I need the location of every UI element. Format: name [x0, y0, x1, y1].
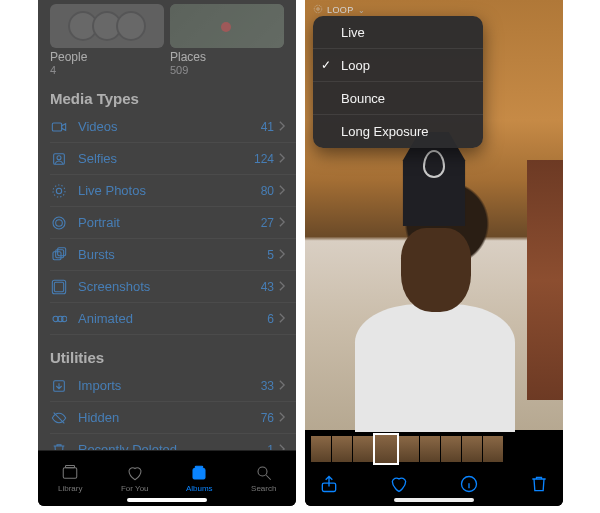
photo-filmstrip[interactable]: [305, 432, 563, 466]
menu-label: Loop: [341, 58, 370, 73]
chevron-right-icon: [278, 119, 286, 134]
svg-rect-8: [56, 249, 64, 257]
delete-button[interactable]: [529, 474, 549, 498]
chevron-right-icon: [278, 279, 286, 294]
home-indicator[interactable]: [394, 498, 474, 502]
live-effect-badge[interactable]: LOOP ⌄: [313, 4, 365, 16]
svg-rect-16: [64, 468, 78, 479]
menu-item-loop[interactable]: ✓ Loop: [313, 49, 483, 82]
svg-point-2: [57, 155, 61, 159]
row-live-photos[interactable]: Live Photos 80: [50, 175, 296, 207]
burst-icon: [50, 246, 68, 264]
places-count: 509: [170, 64, 284, 76]
chevron-down-icon: ⌄: [358, 6, 365, 15]
chevron-right-icon: [278, 311, 286, 326]
media-types-header: Media Types: [38, 76, 296, 111]
row-bursts[interactable]: Bursts 5: [50, 239, 296, 271]
menu-label: Live: [341, 25, 365, 40]
chevron-right-icon: [278, 247, 286, 262]
live-effect-menu: Live ✓ Loop Bounce Long Exposure: [313, 16, 483, 148]
menu-item-live[interactable]: Live: [313, 16, 483, 49]
svg-rect-0: [52, 123, 61, 131]
places-album[interactable]: Places 509: [170, 4, 284, 76]
row-label: Imports: [78, 378, 261, 393]
tab-label: For You: [121, 484, 149, 493]
row-screenshots[interactable]: Screenshots 43: [50, 271, 296, 303]
svg-point-5: [56, 219, 63, 226]
tab-search[interactable]: Search: [232, 464, 297, 493]
svg-point-4: [53, 185, 65, 197]
svg-rect-18: [193, 469, 205, 480]
row-count: 6: [267, 312, 274, 326]
people-count: 4: [50, 64, 164, 76]
animated-icon: [50, 310, 68, 328]
info-button[interactable]: [459, 474, 479, 498]
chevron-right-icon: [278, 151, 286, 166]
live-photo-detail-screen: LOOP ⌄ Live ✓ Loop Bounce Long Exposure: [305, 0, 563, 506]
tab-albums[interactable]: Albums: [167, 464, 232, 493]
tab-for-you[interactable]: For You: [103, 464, 168, 493]
svg-point-22: [314, 5, 322, 13]
chevron-right-icon: [278, 410, 286, 425]
row-imports[interactable]: Imports 33: [50, 370, 296, 402]
svg-point-20: [258, 467, 267, 476]
tab-label: Albums: [186, 484, 213, 493]
live-icon: [313, 4, 323, 16]
video-icon: [50, 118, 68, 136]
row-label: Animated: [78, 311, 267, 326]
tab-label: Search: [251, 484, 276, 493]
chevron-right-icon: [278, 215, 286, 230]
filmstrip-thumb[interactable]: [311, 436, 331, 462]
people-places-row: People 4 Places 509: [38, 0, 296, 76]
people-album[interactable]: People 4: [50, 4, 164, 76]
svg-point-6: [53, 217, 65, 229]
row-label: Selfies: [78, 151, 254, 166]
row-portrait[interactable]: Portrait 27: [50, 207, 296, 239]
screenshot-icon: [50, 278, 68, 296]
tab-label: Library: [58, 484, 82, 493]
portrait-icon: [50, 214, 68, 232]
svg-rect-17: [66, 466, 75, 468]
home-indicator[interactable]: [127, 498, 207, 502]
media-types-list: Videos 41 Selfies 124 Live Photos 80: [38, 111, 296, 335]
row-hidden[interactable]: Hidden 76: [50, 402, 296, 434]
filmstrip-thumb[interactable]: [353, 436, 373, 462]
row-count: 41: [261, 120, 274, 134]
svg-rect-19: [196, 466, 204, 468]
share-button[interactable]: [319, 474, 339, 498]
row-label: Live Photos: [78, 183, 261, 198]
checkmark-icon: ✓: [321, 58, 331, 72]
row-count: 27: [261, 216, 274, 230]
filmstrip-thumb[interactable]: [420, 436, 440, 462]
menu-item-long-exposure[interactable]: Long Exposure: [313, 115, 483, 148]
filmstrip-thumb[interactable]: [441, 436, 461, 462]
livephoto-icon: [50, 182, 68, 200]
menu-label: Long Exposure: [341, 124, 428, 139]
chevron-right-icon: [278, 378, 286, 393]
row-label: Hidden: [78, 410, 261, 425]
filmstrip-thumb-selected[interactable]: [374, 434, 398, 464]
row-count: 80: [261, 184, 274, 198]
filmstrip-thumb[interactable]: [332, 436, 352, 462]
hidden-icon: [50, 409, 68, 427]
row-selfies[interactable]: Selfies 124: [50, 143, 296, 175]
row-count: 124: [254, 152, 274, 166]
filmstrip-thumb[interactable]: [399, 436, 419, 462]
chevron-right-icon: [278, 183, 286, 198]
row-count: 5: [267, 248, 274, 262]
row-count: 76: [261, 411, 274, 425]
favorite-button[interactable]: [389, 474, 409, 498]
places-label: Places: [170, 50, 284, 64]
svg-point-3: [56, 188, 61, 193]
menu-item-bounce[interactable]: Bounce: [313, 82, 483, 115]
row-label: Screenshots: [78, 279, 261, 294]
filmstrip-thumb[interactable]: [462, 436, 482, 462]
row-videos[interactable]: Videos 41: [50, 111, 296, 143]
filmstrip-thumb[interactable]: [483, 436, 503, 462]
row-animated[interactable]: Animated 6: [50, 303, 296, 335]
live-effect-label: LOOP: [327, 5, 354, 15]
row-count: 33: [261, 379, 274, 393]
tab-library[interactable]: Library: [38, 464, 103, 493]
menu-label: Bounce: [341, 91, 385, 106]
row-label: Videos: [78, 119, 261, 134]
